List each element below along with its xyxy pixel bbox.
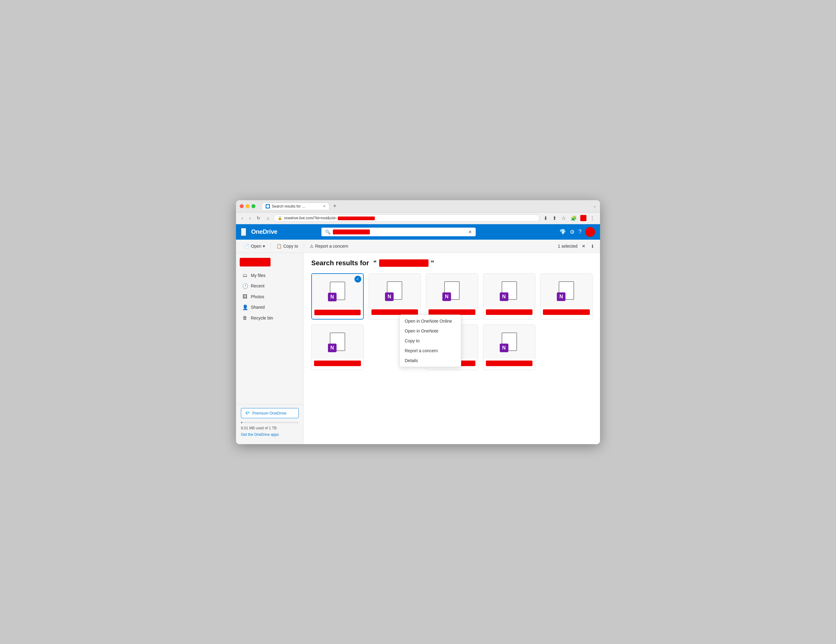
help-icon[interactable]: ? [578, 228, 581, 235]
header-right: 💎 ⚙ ? [559, 227, 595, 237]
info-button[interactable]: ℹ [590, 243, 595, 249]
action-toolbar: 📄 Open ▾ 📋 Copy to ⚠ Report a concern 1 … [236, 240, 600, 253]
sidebar-item-myfiles[interactable]: 🗂 My files [236, 270, 304, 280]
myfiles-icon: 🗂 [242, 273, 248, 278]
premium-diamond-icon: 💎 [245, 411, 250, 416]
url-bar[interactable]: 🔒 onedrive.live.com/?id=root&cid= [274, 214, 540, 222]
file-item[interactable]: N [483, 324, 536, 370]
onedrive-logo: OneDrive [251, 228, 278, 235]
window-controls: ⌄ [593, 204, 596, 208]
file-name [312, 359, 363, 370]
address-bar: ‹ › ↻ ⌂ 🔒 onedrive.live.com/?id=root&cid… [236, 212, 600, 224]
new-tab-button[interactable]: + [331, 203, 339, 209]
ctx-report[interactable]: Report a concern [400, 346, 461, 355]
file-name-redacted [486, 360, 533, 366]
file-thumbnail: N [426, 274, 478, 308]
sidebar-bottom: 💎 Premium OneDrive 8.01 MB used of 1 TB … [236, 404, 304, 440]
sidebar-myfiles-label: My files [251, 273, 265, 278]
recent-icon: 🕐 [242, 283, 248, 289]
maximize-button[interactable] [251, 204, 255, 208]
file-item[interactable]: N ✓ [311, 273, 364, 320]
url-base: onedrive.live.com/?id=root&cid= [284, 216, 337, 220]
bookmark-icon[interactable]: ☆ [560, 214, 567, 222]
file-item[interactable]: N [483, 273, 536, 320]
open-icon: 📄 [244, 244, 249, 249]
file-item[interactable]: N [369, 273, 421, 320]
copy-to-label: Copy to [283, 244, 298, 249]
search-input-value [333, 230, 370, 235]
sidebar-brand-redacted [240, 258, 271, 266]
file-thumbnail: N [369, 274, 421, 308]
extensions-icon[interactable]: 🧩 [569, 214, 578, 222]
active-tab[interactable]: Search results for ✕ [261, 203, 330, 210]
onenote-badge: N [328, 344, 336, 352]
menu-icon[interactable]: ⋮ [588, 214, 596, 222]
home-button[interactable]: ⌂ [265, 215, 271, 222]
premium-button[interactable]: 💎 Premium OneDrive [241, 408, 299, 418]
selected-label: 1 selected [558, 244, 578, 249]
content-area: Search results for "" N ✓ [304, 253, 600, 444]
report-button[interactable]: ⚠ Report a concern [307, 242, 351, 250]
share-icon[interactable]: ⬆ [551, 214, 558, 222]
back-button[interactable]: ‹ [240, 215, 245, 222]
reload-button[interactable]: ↻ [255, 215, 262, 222]
minimize-button[interactable] [245, 204, 250, 208]
url-text: onedrive.live.com/?id=root&cid= [284, 216, 536, 220]
sidebar-item-recycle[interactable]: 🗑 Recycle bin [236, 313, 304, 323]
open-button[interactable]: 📄 Open ▾ [241, 242, 268, 250]
search-clear-button[interactable]: ✕ [468, 230, 472, 235]
browser-window: Search results for ✕ + ⌄ ‹ › ↻ ⌂ 🔒 onedr… [236, 200, 600, 444]
tab-close-button[interactable]: ✕ [323, 204, 325, 208]
search-bar[interactable]: 🔍 ✕ [322, 228, 476, 236]
get-apps-link[interactable]: Get the OneDrive apps [241, 432, 299, 437]
sidebar: 🗂 My files 🕐 Recent 🖼 Photos 👤 Shared 🗑 … [236, 253, 304, 444]
settings-icon[interactable]: ⚙ [570, 228, 575, 235]
open-label: Open [251, 244, 261, 249]
file-item[interactable]: N [311, 324, 364, 370]
sidebar-item-shared[interactable]: 👤 Shared [236, 302, 304, 313]
file-name-redacted [371, 309, 418, 315]
toolbar-divider-2 [304, 243, 304, 249]
file-name-redacted [314, 360, 361, 366]
premium-icon[interactable]: 💎 [559, 228, 566, 235]
title-bar: Search results for ✕ + ⌄ [236, 200, 600, 212]
deselect-button[interactable]: ✕ [580, 243, 587, 249]
profile-avatar[interactable] [580, 215, 586, 221]
url-redacted [338, 217, 375, 220]
ctx-open-online[interactable]: Open in OneNote Online [400, 316, 461, 326]
copy-to-button[interactable]: 📋 Copy to [273, 242, 301, 250]
report-label: Report a concern [315, 244, 348, 249]
download-icon[interactable]: ⬇ [542, 214, 549, 222]
file-name [483, 359, 535, 370]
tab-title: Search results for [272, 204, 321, 209]
file-item[interactable]: N [540, 273, 593, 320]
file-item[interactable]: N [426, 273, 478, 320]
premium-label: Premium OneDrive [252, 411, 287, 416]
onenote-doc: N [558, 281, 574, 300]
search-term-redacted [379, 259, 428, 267]
onenote-icon: N [500, 280, 519, 301]
copy-icon: 📋 [276, 244, 282, 249]
onenote-doc: N [330, 282, 345, 300]
file-thumbnail: N [483, 325, 535, 359]
user-avatar[interactable] [585, 227, 595, 237]
ctx-details[interactable]: Details [400, 355, 461, 365]
sidebar-item-photos[interactable]: 🖼 Photos [236, 292, 304, 302]
forward-button[interactable]: › [247, 215, 253, 222]
onenote-doc: N [330, 333, 345, 351]
ctx-copy-to[interactable]: Copy to [400, 336, 461, 346]
close-button[interactable] [240, 204, 244, 208]
file-name-redacted [314, 310, 361, 315]
onenote-icon: N [442, 280, 461, 301]
onenote-doc: N [444, 281, 460, 300]
ctx-open-onenote[interactable]: Open in OneNote [400, 326, 461, 336]
photos-icon: 🖼 [242, 294, 248, 300]
context-menu: Open in OneNote Online Open in OneNote C… [400, 315, 461, 367]
file-name [312, 308, 363, 319]
search-icon: 🔍 [325, 230, 330, 235]
browser-toolbar-right: ⬇ ⬆ ☆ 🧩 ⋮ [542, 214, 596, 222]
waffle-menu-button[interactable]: ⠿ [241, 228, 246, 236]
onenote-badge: N [385, 292, 394, 301]
sidebar-item-recent[interactable]: 🕐 Recent [236, 280, 304, 292]
svg-point-0 [266, 205, 269, 208]
